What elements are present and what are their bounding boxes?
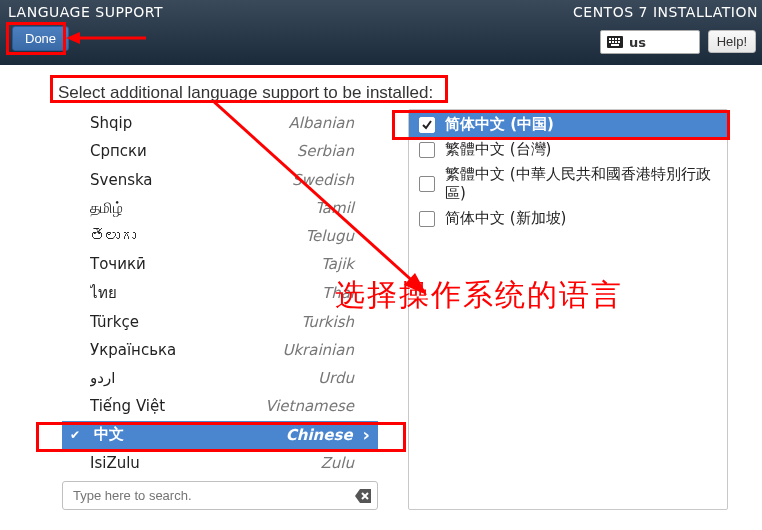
language-row[interactable]: ТочикӣTajik (62, 250, 378, 278)
variant-row[interactable]: 简体中文 (新加坡) (409, 206, 727, 231)
language-native-label: தமிழ் (90, 199, 123, 217)
language-english-label: Albanian (288, 114, 354, 132)
language-native-label: اردو (90, 369, 115, 387)
svg-rect-5 (609, 41, 611, 43)
clear-search-icon[interactable] (354, 487, 372, 505)
language-row[interactable]: اردوUrdu (62, 364, 378, 392)
language-row[interactable]: Tiếng ViệtVietnamese (62, 392, 378, 420)
keyboard-icon (607, 36, 623, 48)
language-row[interactable]: IsiZuluZulu (62, 449, 378, 477)
variant-row[interactable]: 繁體中文 (中華人民共和國香港特別行政區) (409, 162, 727, 206)
language-native-label: Српски (90, 142, 147, 160)
checkbox-icon[interactable] (419, 176, 435, 192)
language-english-label: Urdu (318, 369, 354, 387)
language-row[interactable]: SvenskaSwedish (62, 166, 378, 194)
language-list[interactable]: ShqipAlbanianСрпскиSerbianSvenskaSwedish… (62, 109, 378, 477)
language-row[interactable]: TürkçeTurkish (62, 308, 378, 336)
language-native-label: ไทย (90, 281, 117, 305)
language-native-label: Shqip (90, 114, 132, 132)
instruction-text: Select additional language support to be… (58, 83, 762, 103)
variant-label: 简体中文 (中国) (445, 115, 554, 134)
svg-rect-4 (618, 38, 620, 40)
language-native-label: Svenska (90, 171, 153, 189)
svg-rect-9 (611, 44, 619, 46)
language-english-label: Tajik (321, 255, 354, 273)
variant-label: 简体中文 (新加坡) (445, 209, 566, 228)
language-native-label: Türkçe (90, 313, 139, 331)
language-row[interactable]: ไทยThai (62, 279, 378, 308)
language-native-label: Tiếng Việt (90, 397, 165, 415)
language-row[interactable]: ShqipAlbanian (62, 109, 378, 137)
language-native-label: 中文 (94, 425, 124, 444)
check-icon: ✔ (70, 428, 80, 442)
svg-rect-3 (615, 38, 617, 40)
language-row[interactable]: УкраїнськаUkrainian (62, 336, 378, 364)
language-native-label: Українська (90, 341, 176, 359)
help-button[interactable]: Help! (708, 30, 756, 53)
svg-rect-2 (612, 38, 614, 40)
svg-rect-8 (618, 41, 620, 43)
variant-label: 繁體中文 (台灣) (445, 140, 551, 159)
language-row[interactable]: ✔中文Chinese› (62, 421, 378, 449)
language-native-label: Точикӣ (90, 255, 146, 273)
language-english-label: Ukrainian (282, 341, 354, 359)
chevron-right-icon: › (363, 424, 370, 445)
variant-row[interactable]: 简体中文 (中国) (409, 112, 727, 137)
language-english-label: Vietnamese (265, 397, 354, 415)
language-native-label: IsiZulu (90, 454, 140, 472)
checkbox-icon[interactable] (419, 211, 435, 227)
language-row[interactable]: தமிழ்Tamil (62, 194, 378, 222)
language-english-label: Tamil (315, 199, 354, 217)
done-button[interactable]: Done (12, 26, 69, 51)
language-english-label: Serbian (297, 142, 354, 160)
language-english-label: Swedish (292, 171, 354, 189)
variant-list[interactable]: 简体中文 (中国)繁體中文 (台灣)繁體中文 (中華人民共和國香港特別行政區)简… (408, 109, 728, 510)
language-native-label: తెలుగు (90, 227, 136, 245)
language-row[interactable]: తెలుగుTelugu (62, 222, 378, 250)
svg-rect-1 (609, 38, 611, 40)
language-english-label: Thai (322, 284, 354, 302)
svg-rect-7 (615, 41, 617, 43)
language-english-label: Turkish (301, 313, 354, 331)
checkbox-icon[interactable] (419, 142, 435, 158)
language-english-label: Telugu (305, 227, 354, 245)
language-search-input[interactable] (62, 481, 378, 510)
page-title: LANGUAGE SUPPORT (8, 4, 163, 20)
keyboard-layout-label: us (629, 35, 646, 50)
variant-label: 繁體中文 (中華人民共和國香港特別行政區) (445, 165, 717, 203)
language-english-label: Zulu (321, 454, 354, 472)
installer-name: CENTOS 7 INSTALLATION (573, 4, 758, 20)
language-row[interactable]: СрпскиSerbian (62, 137, 378, 165)
keyboard-layout-indicator[interactable]: us (600, 30, 700, 54)
svg-rect-6 (612, 41, 614, 43)
checkbox-icon[interactable] (419, 117, 435, 133)
header-bar: LANGUAGE SUPPORT CENTOS 7 INSTALLATION D… (0, 0, 762, 65)
language-english-label: Chinese (286, 426, 353, 444)
variant-row[interactable]: 繁體中文 (台灣) (409, 137, 727, 162)
